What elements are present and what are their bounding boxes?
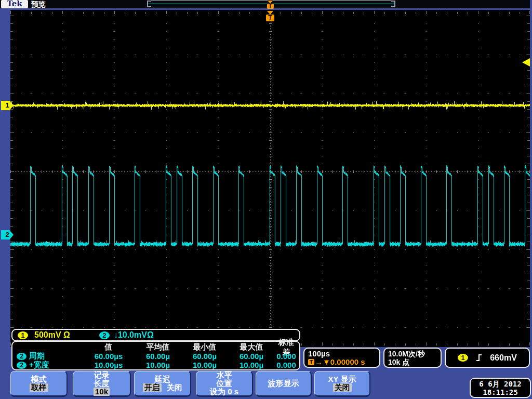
ch1-badge[interactable]: 1	[18, 331, 28, 339]
menu-button-row: 波形显示	[268, 379, 299, 388]
menu-option: 长度	[94, 379, 110, 388]
menu-option: 设为 0 s	[210, 388, 238, 396]
measurement-column-header: 最小值	[182, 342, 228, 352]
menu-button-row: 模式	[31, 375, 47, 383]
ch2-impedance: Ω	[147, 330, 154, 339]
oscilloscope-screen: Tek 预览 T T 1 2 1 500mV Ω 2	[0, 0, 532, 399]
measurement-value: 0.000	[275, 361, 297, 369]
sample-rate: 10.0M次/秒	[388, 350, 437, 358]
menu-option: 延迟	[155, 375, 170, 383]
waveform-canvas	[10, 10, 530, 347]
menu-button-delay[interactable]: 延迟开启关闭	[134, 371, 191, 397]
menu-option: 模式	[31, 375, 47, 383]
channel-readout-bar: 1 500mV Ω 2 ↓10.0mVΩ	[11, 329, 300, 341]
top-status-strip: Tek 预览 T	[0, 0, 530, 8]
menu-button-row: 关闭	[333, 383, 352, 392]
menu-option-selected: 10k	[94, 388, 110, 396]
measurement-name: +宽度	[29, 360, 49, 370]
delay-arrows-icon: →▼	[315, 358, 330, 366]
menu-button-row: 记录	[94, 371, 110, 379]
ch1-marker-label: 1	[5, 101, 9, 109]
time-label: 18:11:25	[474, 388, 527, 396]
ch2-badge: 2	[17, 362, 26, 369]
menu-button-row: 水平	[217, 371, 232, 379]
expansion-window-right-bracket[interactable]	[391, 1, 395, 7]
menu-button-row: XY 显示	[328, 375, 356, 383]
measurement-value: 60.00µ	[228, 352, 275, 361]
trigger-t-icon: T	[267, 4, 274, 9]
measurement-value: 0.000	[275, 352, 297, 361]
rising-edge-icon	[475, 354, 483, 362]
menu-button-row: 开启关闭	[143, 383, 182, 392]
ch2-marker-label: 2	[5, 231, 9, 238]
menu-button-row: 10k	[94, 388, 110, 396]
menu-button-row: 长度	[94, 379, 110, 388]
measurement-value: 60.00µ	[182, 352, 228, 361]
menu-button-row: 设为 0 s	[210, 388, 238, 396]
menu-button-row: 延迟	[155, 375, 170, 383]
menu-button-acquire-mode[interactable]: 模式取样	[10, 371, 68, 397]
trigger-source-badge: 1	[458, 354, 468, 362]
ch1-scale: 500mV Ω	[34, 330, 70, 340]
menu-option-selected: 开启	[143, 383, 162, 392]
measurement-table: 值平均值最小值最大值标准差2周期60.00µs60.00µ60.00µ60.00…	[11, 341, 300, 370]
record-view-bar[interactable]: T	[147, 1, 395, 7]
date-label: 6 6月 2012	[474, 380, 527, 388]
horizontal-readout: 100µs T→▼0.00000 s	[303, 348, 380, 368]
menu-button-row: 取样	[30, 383, 48, 392]
expansion-window-left-bracket[interactable]	[147, 1, 151, 7]
ch2-scale: ↓10.0mVΩ	[114, 330, 154, 340]
trigger-position-icon[interactable]: T	[267, 1, 274, 9]
measurement-value: 10.00µs	[83, 361, 134, 369]
measurement-value: 60.00µ	[134, 352, 182, 361]
menu-option: 波形显示	[268, 379, 299, 388]
menu-option: 关闭	[167, 383, 182, 392]
acquisition-readout: 10.0M次/秒 10k 点	[383, 348, 442, 368]
measurement-value: 10.00µ	[134, 361, 182, 369]
ch1-impedance: Ω	[63, 330, 70, 339]
menu-button-row: 位置	[217, 379, 232, 388]
trigger-t-icon: T	[266, 15, 274, 21]
measurement-value: 10.00µ	[228, 361, 275, 369]
trigger-readout: 1 660mV	[445, 348, 530, 368]
trigger-t-icon: T	[308, 359, 314, 365]
menu-option-selected: 取样	[30, 383, 48, 392]
menu-button-waveform-display[interactable]: 波形显示	[256, 371, 312, 397]
menu-button-xy-display[interactable]: XY 显示关闭	[314, 371, 370, 397]
measurement-column-header: 最大值	[228, 342, 275, 352]
trigger-level-value: 660mV	[490, 353, 517, 363]
ch2-badge[interactable]: 2	[99, 331, 110, 339]
menu-option: 水平	[217, 371, 232, 379]
trigger-position-marker[interactable]: T	[266, 11, 274, 21]
menu-option-selected: 关闭	[333, 383, 352, 392]
ch2-badge: 2	[17, 353, 26, 360]
menu-button-record-length[interactable]: 记录长度10k	[73, 371, 131, 397]
acquisition-mode-label: 预览	[31, 0, 46, 8]
ch2-invert-arrow-icon: ↓	[114, 330, 118, 339]
record-points: 10k 点	[388, 358, 437, 366]
trigger-delay-readout: T→▼0.00000 s	[308, 358, 376, 366]
tek-logo: Tek	[1, 0, 28, 8]
menu-option: 位置	[217, 379, 232, 388]
menu-option: XY 显示	[328, 375, 356, 383]
measurement-value: 10.00µ	[182, 361, 228, 369]
measurement-row-label: 2+宽度	[17, 360, 83, 370]
waveform-display-area: T	[10, 10, 530, 347]
measurement-column-header: 平均值	[134, 342, 182, 352]
menu-button-horizontal-position[interactable]: 水平位置设为 0 s	[196, 371, 253, 397]
datetime-box: 6 6月 2012 18:11:25	[470, 378, 531, 398]
measurement-value: 60.00µs	[83, 352, 134, 361]
measurement-column-header: 值	[83, 342, 134, 352]
menu-option: 记录	[94, 371, 110, 379]
timebase-scale: 100µs	[308, 350, 376, 358]
